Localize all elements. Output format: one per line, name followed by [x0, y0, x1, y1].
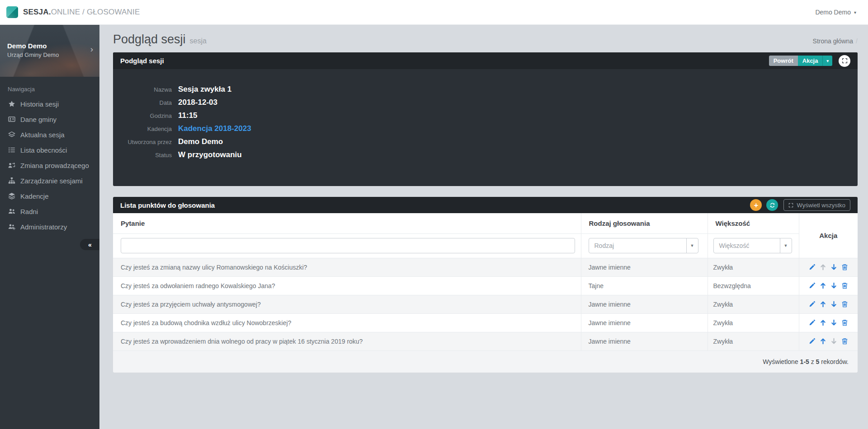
sidebar-item-zmiana-prowadzacego[interactable]: Zmiana prowadzącego: [0, 158, 99, 173]
field-value-link[interactable]: Kadencja 2018-2023: [178, 124, 251, 133]
column-header-akcja: Akcja: [799, 213, 858, 258]
page-title: Podgląd sesji: [113, 33, 186, 46]
voting-type-cell: Tajne: [581, 276, 708, 295]
delete-icon[interactable]: [841, 338, 848, 345]
actions-cell: [799, 276, 858, 295]
sidebar-item-radni[interactable]: Radni: [0, 204, 99, 219]
move-up-icon[interactable]: [819, 282, 826, 289]
show-all-button[interactable]: Wyświetl wszystko: [783, 199, 850, 211]
move-down-icon[interactable]: [830, 282, 837, 289]
voting-type-cell: Jawne imienne: [581, 313, 708, 332]
user-dropdown-label: Demo Demo: [815, 9, 851, 16]
records-summary: Wyświetlone 1-5 z 5 rekordów.: [113, 350, 858, 373]
edit-icon[interactable]: [808, 301, 816, 308]
breadcrumb-home-link[interactable]: Strona główna: [813, 37, 854, 45]
field-label: Status: [113, 152, 172, 159]
delete-icon[interactable]: [841, 264, 848, 271]
sidebar-item-label: Zarządzanie sesjami: [20, 177, 83, 185]
session-panel-title: Podgląd sesji: [120, 57, 164, 65]
sidebar-collapse-button[interactable]: «: [80, 239, 99, 250]
table-row: Czy jesteś za wprowadzeniem dnia wolnego…: [113, 332, 858, 350]
column-header-rodzaj[interactable]: Rodzaj głosowania: [581, 213, 708, 233]
pytanie-filter-input[interactable]: [121, 238, 575, 253]
chevron-down-icon: ▾: [854, 10, 856, 15]
move-up-icon: [819, 264, 826, 271]
page-title-block: Podgląd sesjisesja: [113, 33, 207, 47]
session-field-row: Data2018-12-03: [113, 98, 858, 111]
users-icon: [8, 208, 15, 215]
sidebar-item-lista-obecnosci[interactable]: Lista obecności: [0, 142, 99, 158]
majority-cell: Zwykła: [708, 258, 799, 276]
voting-type-cell: Jawne imienne: [581, 332, 708, 350]
back-button[interactable]: Powrót: [769, 56, 798, 66]
actions-cell: [799, 258, 858, 276]
sidebar-item-dane-gminy[interactable]: Dane gminy: [0, 112, 99, 127]
star-icon: [8, 100, 15, 107]
sidebar-item-administratorzy[interactable]: Administratorzy: [0, 219, 99, 234]
move-down-icon: [830, 338, 837, 345]
sidebar-item-aktualna-sesja[interactable]: Aktualna sesja: [0, 127, 99, 142]
column-header-pytanie[interactable]: Pytanie: [113, 213, 581, 233]
rodzaj-filter-select[interactable]: Rodzaj ▼: [589, 238, 698, 253]
move-down-icon[interactable]: [830, 264, 837, 271]
wiekszosc-filter-select[interactable]: Większość ▼: [713, 238, 792, 253]
brand-light: ONLINE / GŁOSOWANIE: [51, 8, 140, 16]
sidebar-item-historia-sesji[interactable]: Historia sesji: [0, 96, 99, 112]
brand[interactable]: SESJA.ONLINE / GŁOSOWANIE: [6, 6, 140, 18]
sidebar-nav-header: Nawigacja: [0, 77, 99, 96]
move-up-icon[interactable]: [819, 301, 826, 308]
move-down-icon[interactable]: [830, 319, 837, 326]
majority-cell: Zwykła: [708, 295, 799, 313]
session-details: NazwaSesja zwykła 1Data2018-12-03Godzina…: [113, 69, 858, 186]
column-header-wiekszosc[interactable]: Większość: [708, 213, 799, 233]
delete-icon[interactable]: [841, 319, 848, 326]
fullscreen-toggle-button[interactable]: [839, 55, 850, 67]
move-down-icon[interactable]: [830, 301, 837, 308]
field-value: Sesja zwykła 1: [178, 85, 231, 94]
edit-icon[interactable]: [808, 282, 816, 289]
wiekszosc-filter-placeholder: Większość: [714, 242, 750, 249]
breadcrumb: Strona główna/: [813, 37, 858, 45]
brand-text: SESJA.ONLINE / GŁOSOWANIE: [23, 8, 140, 17]
expand-icon: [788, 203, 793, 208]
sidebar-user-org: Urząd Gminy Demo: [7, 51, 92, 58]
edit-icon[interactable]: [808, 319, 816, 326]
action-button[interactable]: Akcja: [798, 56, 823, 66]
delete-icon[interactable]: [841, 282, 848, 289]
question-cell: Czy jesteś za zmianą nazwy ulicy Romanow…: [113, 258, 581, 276]
majority-cell: Bezwzględna: [708, 276, 799, 295]
brand-bold: SESJA.: [23, 8, 51, 16]
actions-cell: [799, 313, 858, 332]
sidebar-item-kadencje[interactable]: Kadencje: [0, 188, 99, 204]
add-item-button[interactable]: +: [750, 199, 762, 211]
sidebar: Demo Demo Urząd Gminy Demo › Nawigacja H…: [0, 25, 99, 429]
voting-table-card: Pytanie Rodzaj głosowania Większość Akcj…: [113, 213, 858, 373]
field-label: Kadencja: [113, 126, 172, 132]
user-dropdown[interactable]: Demo Demo ▾: [815, 9, 856, 16]
sidebar-nav: Historia sesjiDane gminyAktualna sesjaLi…: [0, 96, 99, 234]
delete-icon[interactable]: [841, 301, 848, 308]
main-content: Podgląd sesjisesja Strona główna/ Podglą…: [99, 25, 868, 373]
move-up-icon[interactable]: [819, 319, 826, 326]
breadcrumb-separator: /: [856, 37, 858, 45]
sidebar-item-label: Administratorzy: [20, 223, 67, 231]
field-value: Demo Demo: [178, 137, 223, 146]
sidebar-item-label: Dane gminy: [20, 116, 57, 123]
sidebar-item-label: Lista obecności: [20, 146, 67, 154]
edit-icon[interactable]: [808, 338, 816, 345]
move-up-icon[interactable]: [819, 338, 826, 345]
question-cell: Czy jesteś za budową chodnika wzdłuż uli…: [113, 313, 581, 332]
sidebar-item-label: Radni: [20, 208, 38, 215]
edit-icon[interactable]: [808, 264, 816, 271]
refresh-button[interactable]: [766, 199, 778, 211]
sidebar-item-label: Zmiana prowadzącego: [20, 162, 89, 169]
action-caret-button[interactable]: ▾: [822, 56, 832, 66]
session-preview-panel: Podgląd sesji Powrót Akcja ▾ NazwaSesja …: [113, 52, 858, 186]
rodzaj-filter-placeholder: Rodzaj: [589, 242, 614, 249]
sidebar-item-label: Kadencje: [20, 192, 49, 200]
sidebar-item-zarzadzanie-sesjami[interactable]: Zarządzanie sesjami: [0, 173, 99, 188]
sidebar-user-panel[interactable]: Demo Demo Urząd Gminy Demo ›: [0, 25, 99, 77]
question-cell: Czy jesteś za odwołaniem radnego Kowalsk…: [113, 276, 581, 295]
sitemap-icon: [8, 177, 15, 184]
field-value: 2018-12-03: [178, 98, 217, 107]
